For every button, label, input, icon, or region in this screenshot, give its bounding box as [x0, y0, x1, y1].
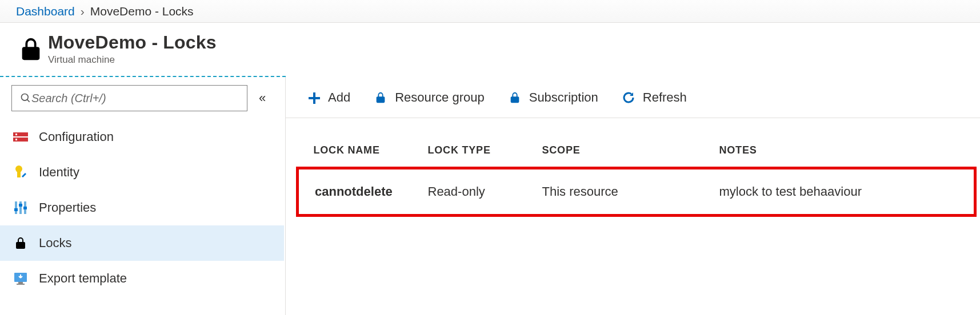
toolbar: Add Resource group Subscription Refresh [286, 77, 980, 118]
page-subtitle: Virtual machine [48, 54, 217, 66]
search-box[interactable] [11, 85, 247, 111]
lock-icon [507, 90, 522, 105]
identity-icon [13, 164, 29, 180]
svg-rect-5 [15, 139, 17, 140]
lock-icon [373, 90, 388, 105]
locks-table-container: LOCK NAME LOCK TYPE SCOPE NOTES cannotde… [286, 118, 980, 217]
cell-notes: mylock to test behaaviour [703, 168, 975, 216]
sidebar-item-properties[interactable]: Properties [0, 190, 284, 225]
toolbar-label: Refresh [643, 90, 687, 105]
sidebar: « Configuration Identity Properti [0, 77, 286, 315]
cell-scope: This resource [526, 168, 703, 216]
refresh-button[interactable]: Refresh [621, 90, 687, 105]
sidebar-item-identity[interactable]: Identity [0, 155, 284, 190]
sidebar-item-configuration[interactable]: Configuration [0, 119, 284, 155]
svg-rect-12 [14, 208, 18, 211]
properties-icon [13, 200, 29, 216]
cell-lock-name: cannotdelete [298, 168, 412, 216]
add-button[interactable]: Add [306, 90, 350, 105]
col-notes[interactable]: NOTES [703, 135, 975, 168]
sidebar-item-label: Export template [39, 271, 127, 286]
svg-point-0 [22, 94, 29, 101]
col-scope[interactable]: SCOPE [526, 135, 703, 168]
svg-rect-17 [17, 284, 25, 285]
chevron-double-left-icon: « [259, 91, 266, 106]
svg-rect-16 [18, 282, 23, 284]
sidebar-item-export-template[interactable]: Export template [0, 261, 284, 296]
chevron-right-icon: › [81, 5, 85, 18]
svg-rect-2 [13, 132, 28, 136]
breadcrumb: Dashboard › MoveDemo - Locks [0, 0, 980, 23]
col-lock-name[interactable]: LOCK NAME [298, 135, 412, 168]
page-title: MoveDemo - Locks [48, 32, 217, 53]
svg-marker-8 [22, 173, 26, 177]
svg-rect-14 [23, 207, 27, 209]
subscription-button[interactable]: Subscription [507, 90, 598, 105]
svg-line-1 [27, 100, 30, 102]
cell-lock-type: Read-only [412, 168, 526, 216]
col-lock-type[interactable]: LOCK TYPE [412, 135, 526, 168]
svg-rect-3 [13, 138, 28, 142]
page-header: MoveDemo - Locks Virtual machine [0, 23, 980, 76]
table-header-row: LOCK NAME LOCK TYPE SCOPE NOTES [298, 135, 975, 168]
svg-rect-10 [19, 201, 22, 214]
search-input[interactable] [31, 92, 239, 105]
table-row[interactable]: cannotdelete Read-only This resource myl… [298, 168, 975, 216]
svg-rect-4 [15, 134, 17, 135]
resource-group-button[interactable]: Resource group [373, 90, 485, 105]
toolbar-label: Subscription [529, 90, 598, 105]
sidebar-nav[interactable]: Configuration Identity Properties Locks [0, 119, 285, 315]
configuration-icon [13, 129, 29, 145]
breadcrumb-current: MoveDemo - Locks [90, 5, 194, 18]
svg-rect-13 [19, 204, 22, 207]
sidebar-item-label: Identity [39, 165, 79, 180]
lock-icon [13, 235, 29, 251]
main-panel: Add Resource group Subscription Refresh [285, 77, 980, 315]
toolbar-label: Resource group [395, 90, 485, 105]
search-icon [20, 92, 31, 104]
sidebar-item-locks[interactable]: Locks [0, 225, 284, 261]
breadcrumb-root[interactable]: Dashboard [16, 5, 75, 18]
svg-rect-9 [15, 201, 17, 214]
plus-icon [306, 90, 321, 105]
collapse-sidebar-button[interactable]: « [251, 91, 274, 106]
sidebar-item-label: Properties [39, 200, 96, 215]
svg-rect-7 [17, 171, 21, 177]
refresh-icon [621, 90, 636, 105]
toolbar-label: Add [328, 90, 350, 105]
lock-icon [14, 36, 48, 62]
export-template-icon [13, 270, 29, 286]
sidebar-item-label: Locks [39, 236, 71, 251]
locks-table: LOCK NAME LOCK TYPE SCOPE NOTES cannotde… [296, 135, 977, 217]
sidebar-item-label: Configuration [39, 130, 114, 144]
